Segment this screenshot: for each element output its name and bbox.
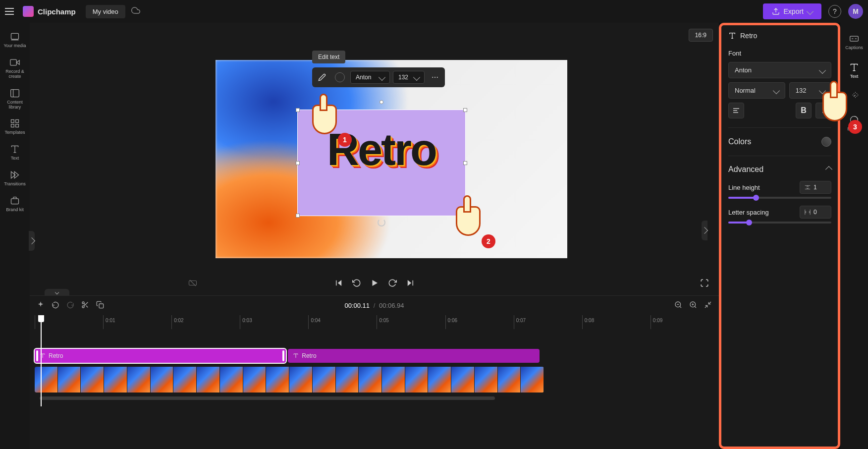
playhead-handle[interactable] <box>38 315 44 322</box>
svg-rect-14 <box>11 199 19 204</box>
video-clip[interactable] <box>35 367 544 393</box>
timeline-scrollbar[interactable] <box>40 396 709 401</box>
font-weight-dropdown[interactable]: Normal <box>728 82 785 99</box>
sidebar-item-your-media[interactable]: Your media <box>1 28 29 53</box>
canvas-text-content[interactable]: Retro <box>298 110 465 172</box>
right-tab-adjust[interactable] <box>841 87 867 107</box>
zoom-fit-button[interactable] <box>704 301 712 311</box>
captions-off-icon <box>188 279 197 287</box>
video-thumbnail <box>81 367 104 393</box>
video-thumbnail <box>498 367 521 393</box>
text-clip-1[interactable]: Retro <box>35 349 286 363</box>
playhead[interactable] <box>41 315 42 406</box>
zoom-out-button[interactable] <box>674 301 682 311</box>
svg-rect-9 <box>16 124 19 127</box>
svg-line-35 <box>695 306 696 308</box>
edit-text-button[interactable] <box>315 70 329 85</box>
resize-handle-mr[interactable] <box>463 161 467 165</box>
user-avatar[interactable]: M <box>848 4 863 19</box>
video-thumbnail <box>220 367 243 393</box>
sidebar-label: Transitions <box>4 182 26 187</box>
svg-rect-7 <box>16 120 19 123</box>
rotate-handle-top[interactable] <box>380 100 383 104</box>
play-button[interactable] <box>370 279 379 287</box>
forward-button[interactable] <box>388 279 397 287</box>
svg-point-15 <box>432 77 433 78</box>
sidebar-item-templates[interactable]: Templates <box>1 114 29 139</box>
fullscreen-button[interactable] <box>700 279 709 287</box>
timeline-collapse-toggle[interactable] <box>45 289 69 296</box>
timeline-ruler[interactable]: 0:01 0:02 0:03 0:04 0:05 0:06 0:07 0:08 … <box>30 315 719 329</box>
text-icon <box>10 144 20 154</box>
sidebar-item-record-create[interactable]: Record & create <box>1 54 29 83</box>
rotate-handle-bottom[interactable] <box>378 219 385 226</box>
help-button[interactable]: ? <box>828 5 841 18</box>
text-color-button[interactable] <box>332 70 347 85</box>
video-thumbnail <box>197 367 220 393</box>
line-height-input[interactable]: 1 <box>800 181 831 194</box>
svg-point-25 <box>82 302 84 304</box>
sidebar-item-brand-kit[interactable]: Brand kit <box>1 192 29 217</box>
right-tab-effects[interactable]: Effects <box>841 111 867 136</box>
project-name-field[interactable]: My video <box>86 5 125 18</box>
properties-collapse-toggle[interactable] <box>702 221 707 240</box>
resize-handle-ml[interactable] <box>296 161 300 165</box>
zoom-in-button[interactable] <box>689 301 697 311</box>
sidebar-label: Your media <box>3 44 26 49</box>
export-button[interactable]: Export <box>763 3 821 19</box>
hamburger-menu[interactable] <box>5 5 17 17</box>
letter-spacing-slider[interactable] <box>728 222 831 224</box>
video-thumbnail <box>243 367 267 393</box>
scrollbar-thumb[interactable] <box>40 396 495 400</box>
color-swatch-button[interactable] <box>821 137 831 147</box>
clip-trim-right[interactable] <box>282 350 284 361</box>
sidebar-item-content-library[interactable]: Content library <box>1 84 29 114</box>
selected-text-element[interactable]: Retro <box>297 110 466 216</box>
effects-icon <box>849 115 859 125</box>
italic-button[interactable]: I <box>815 103 831 118</box>
sidebar-item-transitions[interactable]: Transitions <box>1 166 29 191</box>
right-tab-captions[interactable]: Captions <box>841 30 867 55</box>
right-tab-text[interactable]: Text <box>841 58 867 83</box>
captions-toggle[interactable] <box>188 279 197 287</box>
copy-button[interactable] <box>96 301 104 311</box>
rewind-button[interactable] <box>352 279 361 287</box>
chevron-right-icon <box>701 227 708 234</box>
clip-trim-left[interactable] <box>36 350 38 361</box>
canvas-fontsize-dropdown[interactable]: 132 <box>393 71 425 84</box>
more-options-button[interactable] <box>428 70 442 85</box>
skip-end-button[interactable] <box>406 279 415 287</box>
svg-marker-22 <box>372 280 378 286</box>
svg-rect-8 <box>11 124 14 127</box>
aspect-ratio-selector[interactable]: 16:9 <box>689 29 713 42</box>
redo-button[interactable] <box>66 301 74 311</box>
sidebar-item-text[interactable]: Text <box>1 140 29 165</box>
text-clip-2[interactable]: Retro <box>288 349 539 363</box>
timeline[interactable]: 0:01 0:02 0:03 0:04 0:05 0:06 0:07 0:08 … <box>30 315 719 449</box>
timecode-display: 00:00.11 / 00:06.94 <box>344 302 404 309</box>
slider-knob[interactable] <box>753 195 759 201</box>
bold-button[interactable]: B <box>796 103 812 118</box>
panel-title: Retro <box>740 32 757 40</box>
sparkle-icon <box>37 301 45 309</box>
skip-start-button[interactable] <box>334 279 343 287</box>
resize-handle-bl[interactable] <box>296 214 300 218</box>
split-button[interactable] <box>81 301 89 311</box>
letter-spacing-input[interactable]: 0 <box>800 206 831 219</box>
undo-button[interactable] <box>52 301 59 311</box>
advanced-section-toggle[interactable]: Advanced <box>728 165 831 174</box>
text-align-button[interactable] <box>728 103 744 118</box>
video-thumbnail <box>35 367 58 393</box>
font-family-dropdown[interactable]: Anton <box>728 62 831 78</box>
font-size-dropdown[interactable]: 132 <box>789 82 831 99</box>
resize-handle-tr[interactable] <box>463 108 467 112</box>
skip-back-icon <box>334 279 343 287</box>
resize-handle-tl[interactable] <box>296 108 300 112</box>
slider-knob[interactable] <box>746 220 752 225</box>
line-height-slider[interactable] <box>728 197 831 199</box>
magic-button[interactable] <box>37 301 45 311</box>
resize-handle-br[interactable] <box>463 214 467 218</box>
svg-point-16 <box>434 77 435 78</box>
right-tab-label: Effects <box>847 127 861 132</box>
canvas-font-dropdown[interactable]: Anton <box>350 71 390 84</box>
